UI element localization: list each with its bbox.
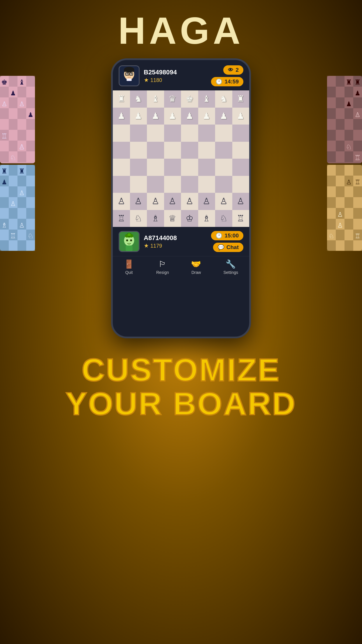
board-cell[interactable]: [164, 142, 181, 159]
svg-rect-144: [353, 208, 362, 219]
board-cell[interactable]: ♗: [147, 210, 164, 227]
board-cell[interactable]: [164, 159, 181, 176]
board-cell[interactable]: [130, 176, 147, 193]
board-cell[interactable]: [181, 142, 198, 159]
chess-piece: ♖: [117, 214, 125, 223]
svg-text:♜: ♜: [346, 78, 352, 86]
board-cell[interactable]: ♙: [215, 193, 232, 210]
resign-button[interactable]: 🏳 Resign: [156, 259, 169, 275]
svg-rect-18: [9, 119, 17, 130]
board-cell[interactable]: ♚: [181, 90, 198, 108]
board-cell[interactable]: ♜: [232, 90, 249, 108]
board-cell[interactable]: ♔: [181, 210, 198, 227]
board-cell[interactable]: ♙: [181, 193, 198, 210]
board-cell[interactable]: [113, 159, 130, 176]
board-cell[interactable]: [198, 159, 215, 176]
board-cell[interactable]: [181, 125, 198, 142]
board-cell[interactable]: [232, 125, 249, 142]
opponent-info: B25498094 1180 👁 2 🕐 14:59: [113, 60, 249, 90]
svg-text:♙: ♙: [19, 100, 25, 108]
board-cell[interactable]: [215, 159, 232, 176]
quit-button[interactable]: 🚪 Quit: [124, 259, 134, 275]
svg-rect-51: [0, 186, 9, 197]
board-cell[interactable]: [164, 176, 181, 193]
svg-rect-73: [17, 240, 26, 251]
board-cell[interactable]: ♗: [198, 210, 215, 227]
chess-board[interactable]: ♜♞♝♛♚♝♞♜♟♟♟♟♟♟♟♟♙♙♙♙♙♙♙♙♖♘♗♕♔♗♘♖: [113, 90, 249, 227]
chat-button[interactable]: 💬 Chat: [213, 243, 243, 252]
svg-text:♜: ♜: [354, 78, 361, 86]
board-cell[interactable]: [147, 142, 164, 159]
board-cell[interactable]: ♙: [130, 193, 147, 210]
board-cell[interactable]: [232, 159, 249, 176]
board-cell[interactable]: [232, 176, 249, 193]
board-cell[interactable]: ♝: [198, 90, 215, 108]
board-cell[interactable]: [113, 142, 130, 159]
chess-board-container[interactable]: ♜♞♝♛♚♝♞♜♟♟♟♟♟♟♟♟♙♙♙♙♙♙♙♙♖♘♗♕♔♗♘♖: [113, 90, 249, 227]
board-cell[interactable]: [198, 142, 215, 159]
board-cell[interactable]: [113, 125, 130, 142]
board-cell[interactable]: [130, 125, 147, 142]
board-cell[interactable]: ♟: [147, 108, 164, 125]
board-cell[interactable]: [164, 125, 181, 142]
opponent-avatar: [119, 65, 140, 86]
board-cell[interactable]: ♖: [113, 210, 130, 227]
board-cell[interactable]: [215, 176, 232, 193]
board-cell[interactable]: [147, 159, 164, 176]
board-cell[interactable]: [215, 125, 232, 142]
board-cell[interactable]: ♝: [147, 90, 164, 108]
svg-rect-106: [336, 130, 345, 141]
board-cell[interactable]: ♟: [164, 108, 181, 125]
board-cell[interactable]: [130, 142, 147, 159]
settings-button[interactable]: 🔧 Settings: [223, 259, 238, 275]
svg-rect-29: [0, 151, 9, 162]
svg-rect-97: [327, 108, 336, 119]
board-cell[interactable]: ♕: [164, 210, 181, 227]
player-stats: 🕐 15:00 💬 Chat: [211, 231, 243, 252]
board-cell[interactable]: ♙: [232, 193, 249, 210]
svg-rect-91: [345, 87, 353, 97]
board-cell[interactable]: [147, 176, 164, 193]
opponent-stats: 👁 2 🕐 14:59: [211, 65, 243, 86]
board-cell[interactable]: [181, 159, 198, 176]
board-cell[interactable]: ♙: [147, 193, 164, 210]
chess-piece: ♔: [186, 214, 194, 223]
board-cell[interactable]: ♟: [113, 108, 130, 125]
board-cell[interactable]: [232, 142, 249, 159]
board-cell[interactable]: ♞: [215, 90, 232, 108]
svg-rect-127: [345, 165, 353, 176]
svg-rect-74: [26, 240, 35, 251]
svg-rect-90: [336, 87, 345, 97]
svg-rect-25: [0, 141, 9, 151]
board-cell[interactable]: ♘: [130, 210, 147, 227]
board-cell[interactable]: ♛: [164, 90, 181, 108]
board-cell[interactable]: ♘: [215, 210, 232, 227]
board-cell[interactable]: ♙: [198, 193, 215, 210]
board-cell[interactable]: [147, 125, 164, 142]
board-cell[interactable]: ♟: [232, 108, 249, 125]
draw-button[interactable]: 🤝 Draw: [191, 259, 201, 275]
board-cell[interactable]: [181, 176, 198, 193]
board-cell[interactable]: [198, 176, 215, 193]
draw-label: Draw: [191, 270, 201, 275]
board-cell[interactable]: ♙: [164, 193, 181, 210]
chess-piece: ♜: [117, 94, 125, 103]
svg-rect-7: [17, 87, 26, 97]
board-cell[interactable]: ♟: [130, 108, 147, 125]
svg-rect-2: [9, 76, 17, 87]
board-cell[interactable]: [113, 176, 130, 193]
board-cell[interactable]: ♖: [232, 210, 249, 227]
board-cell[interactable]: ♟: [198, 108, 215, 125]
board-cell[interactable]: [198, 125, 215, 142]
board-cell[interactable]: ♟: [215, 108, 232, 125]
board-cell[interactable]: ♞: [130, 90, 147, 108]
svg-rect-153: [327, 240, 336, 251]
viewers-count: 2: [236, 67, 239, 73]
svg-rect-113: [327, 151, 336, 162]
app-title: HAGA: [118, 9, 244, 52]
board-cell[interactable]: ♜: [113, 90, 130, 108]
board-cell[interactable]: ♟: [181, 108, 198, 125]
board-cell[interactable]: [215, 142, 232, 159]
board-cell[interactable]: ♙: [113, 193, 130, 210]
board-cell[interactable]: [130, 159, 147, 176]
